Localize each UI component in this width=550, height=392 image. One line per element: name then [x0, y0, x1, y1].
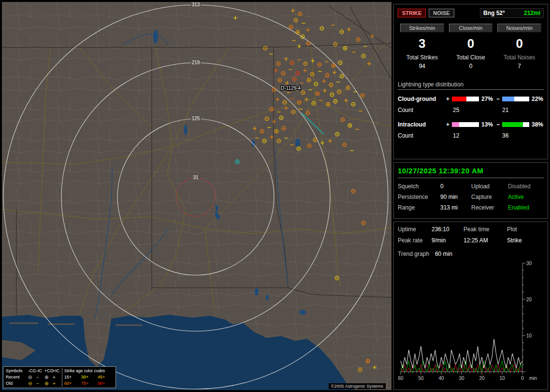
- cg-minus-pct: 22%: [529, 96, 544, 102]
- noises-per-min-value: 0: [495, 36, 544, 51]
- trend-y-tick: 20: [526, 297, 532, 302]
- trend-graph-label: Trend graph: [398, 251, 429, 257]
- cg-count-label: Count: [398, 107, 453, 113]
- legend-age-header: Strike age color codes: [62, 368, 113, 374]
- pos-ic-recent-icon: +: [53, 374, 62, 380]
- plus-sign: +: [446, 121, 452, 128]
- total-noises-label: Total Noises: [495, 54, 544, 61]
- trend-y-tick: 30: [526, 261, 532, 266]
- cell-track-label: D-1129-4: [281, 85, 301, 91]
- cg-plus-pct: 27%: [479, 96, 496, 102]
- ring-label: 313: [192, 2, 200, 7]
- total-close-value: 0: [447, 63, 495, 70]
- ic-minus-count: 36: [502, 132, 544, 139]
- app-window: 31321912531 D-1129-4 Symbols -CG -IC +CG…: [0, 0, 550, 392]
- trend-x-tick: 60: [398, 376, 404, 381]
- minus-sign: −: [496, 96, 502, 102]
- trend-axes: [401, 263, 522, 372]
- cg-plus-bar: [452, 97, 479, 101]
- trend-x-tick: 50: [418, 376, 424, 381]
- neg-ic-old-icon: −: [36, 380, 44, 387]
- range-label: Range: [398, 204, 440, 211]
- upload-label: Upload: [471, 183, 508, 190]
- plot-label: Plot: [507, 226, 544, 233]
- pos-cg-recent-icon: ⊕: [44, 374, 53, 380]
- trend-series-strikes: [401, 339, 522, 368]
- status-panel: 10/27/2025 12:39:20 AM Squelch 0 Upload …: [393, 162, 548, 219]
- peak-time-value: 12:25 AM: [463, 237, 507, 244]
- copyright-notice: ©2005 Astrogenic Systems: [329, 383, 386, 389]
- legend-col-neg-ic: -IC: [36, 368, 44, 374]
- squelch-value: 0: [440, 183, 471, 190]
- strikes-per-min-button[interactable]: Strikes/min: [400, 24, 444, 32]
- total-close-label: Total Close: [447, 54, 495, 61]
- trend-panel: Uptime 236:10 Peak time Plot Peak rate 9…: [393, 222, 548, 390]
- cloud-ground-counts: Count 25 21: [398, 107, 544, 113]
- age-90: 90+: [98, 380, 113, 387]
- close-per-min-button[interactable]: Close/min: [449, 24, 493, 32]
- pos-ic-old-icon: +: [53, 380, 62, 387]
- strike-stats-panel: STRIKE NOISE Bng 52° 212mi Strikes/min C…: [393, 4, 548, 159]
- age-15: 15+: [62, 374, 81, 380]
- strike-legend: Symbols -CG -IC +CG +IC Strike age color…: [3, 366, 116, 388]
- ring-label: 125: [192, 116, 200, 121]
- trend-x-tick: 40: [438, 376, 444, 381]
- cloud-ground-label: Cloud-ground: [398, 96, 446, 102]
- persistence-value: 90 min: [440, 194, 471, 200]
- squelch-label: Squelch: [398, 183, 440, 190]
- cg-minus-count: 21: [502, 107, 544, 113]
- age-60: 60+: [62, 380, 81, 387]
- bearing-display: Bng 52° 212mi: [480, 8, 544, 18]
- distribution-title: Lightning type distribution: [398, 81, 544, 90]
- receiver-status: Enabled: [508, 204, 544, 211]
- trend-duration-value: 60 min: [435, 251, 452, 257]
- datetime-display: 10/27/2025 12:39:20 AM: [398, 167, 544, 178]
- legend-row-recent-label: Recent: [6, 374, 28, 380]
- range-value: 313 mi: [440, 204, 471, 211]
- ring-label: 219: [192, 60, 200, 65]
- persistence-label: Persistence: [398, 194, 440, 200]
- cg-minus-bar: [502, 97, 529, 101]
- cloud-ground-row: Cloud-ground + 27% − 22%: [398, 96, 544, 102]
- sidebar: STRIKE NOISE Bng 52° 212mi Strikes/min C…: [393, 2, 548, 390]
- neg-ic-recent-icon: −: [36, 374, 44, 380]
- total-noises-value: 7: [495, 63, 544, 70]
- legend-col-neg-cg: -CG: [28, 368, 36, 374]
- lightning-map[interactable]: 31321912531 D-1129-4 Symbols -CG -IC +CG…: [2, 2, 391, 390]
- map-canvas: 31321912531 D-1129-4: [2, 2, 391, 390]
- strikes-per-min-value: 3: [398, 36, 447, 51]
- ic-plus-count: 12: [453, 132, 502, 139]
- peak-rate-label: Peak rate: [398, 237, 432, 244]
- neg-cg-old-icon: ⊖: [28, 380, 36, 387]
- capture-label: Capture: [471, 194, 508, 200]
- trend-x-tick: 30: [459, 376, 464, 381]
- distance-value: 212mi: [524, 10, 540, 16]
- trend-x-tick: 0: [521, 376, 524, 381]
- ic-plus-pct: 13%: [479, 121, 496, 128]
- legend-symbols-header: Symbols: [6, 368, 28, 374]
- total-strikes-label: Total Strikes: [398, 54, 447, 61]
- neg-cg-recent-icon: ⊖: [28, 374, 36, 380]
- peak-rate-value: 9/min: [432, 237, 463, 244]
- trend-x-unit: min: [529, 376, 537, 381]
- age-45: 45+: [98, 374, 113, 380]
- noises-per-min-button[interactable]: Noises/min: [497, 24, 541, 32]
- noise-indicator[interactable]: NOISE: [429, 9, 454, 17]
- bearing-value: Bng 52°: [483, 10, 505, 16]
- uptime-value: 236:10: [432, 226, 463, 233]
- trend-y-tick: 10: [526, 333, 532, 338]
- peak-time-label: Peak time: [463, 226, 507, 233]
- minus-sign: −: [496, 121, 502, 128]
- trend-series-noises: [401, 361, 522, 372]
- plot-value: Strike: [507, 237, 544, 244]
- upload-status: Disabled: [508, 183, 544, 190]
- strike-indicator[interactable]: STRIKE: [398, 9, 426, 17]
- intracloud-label: Intracloud: [398, 121, 446, 128]
- pos-cg-old-icon: ⊕: [44, 380, 53, 387]
- trend-x-tick: 10: [499, 376, 505, 381]
- ic-minus-pct: 38%: [529, 121, 544, 128]
- total-strikes-value: 94: [398, 63, 447, 70]
- legend-col-pos-ic: +IC: [53, 368, 62, 374]
- plus-sign: +: [446, 96, 452, 102]
- ring-label: 31: [193, 175, 199, 180]
